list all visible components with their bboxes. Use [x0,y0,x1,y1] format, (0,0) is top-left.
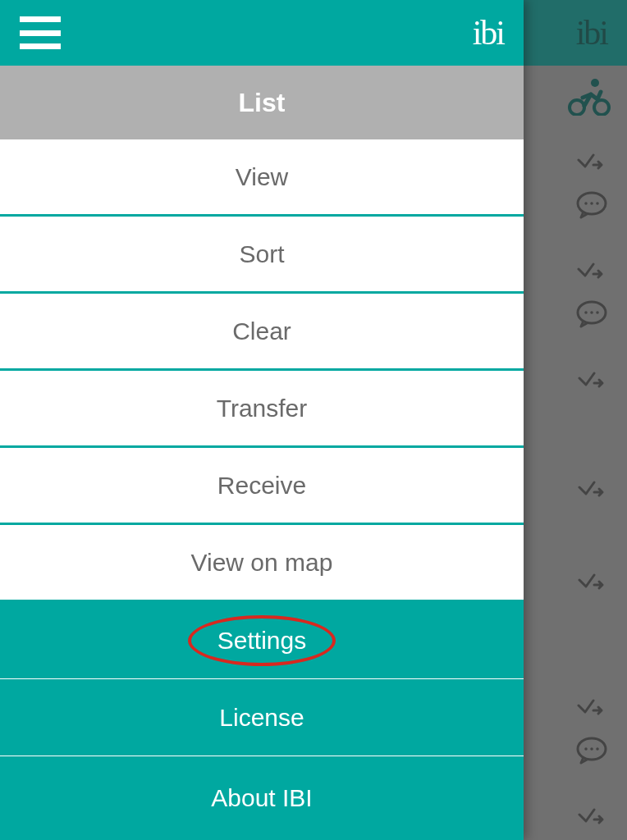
menu-item-receive[interactable]: Receive [0,448,524,525]
menu-item-label: Receive [217,472,306,500]
menu-item-label: Transfer [217,395,308,422]
navigation-drawer: ibi List View Sort Clear Transfer Receiv… [0,0,524,840]
menu-item-sort[interactable]: Sort [0,217,524,294]
menu-item-label: Clear [232,317,291,345]
menu-item-clear[interactable]: Clear [0,294,524,371]
drawer-header: ibi [0,0,524,66]
menu-item-label: View on map [191,549,333,577]
menu-item-transfer[interactable]: Transfer [0,371,524,448]
menu-section-header: List [0,66,524,139]
menu-item-view-on-map[interactable]: View on map [0,525,524,602]
menu-item-license[interactable]: License [0,679,524,756]
menu-item-label: Sort [239,240,284,268]
menu-item-view[interactable]: View [0,139,524,217]
menu-item-label: View [236,163,288,191]
menu-item-label: About IBI [211,784,312,812]
menu-item-label: License [219,704,304,732]
menu-item-settings[interactable]: Settings [0,602,524,679]
app-logo: ibi [473,13,504,52]
section-label: List [239,88,286,118]
menu-item-about[interactable]: About IBI [0,756,524,840]
menu-item-label: Settings [217,627,306,655]
hamburger-menu-icon[interactable] [20,16,61,49]
